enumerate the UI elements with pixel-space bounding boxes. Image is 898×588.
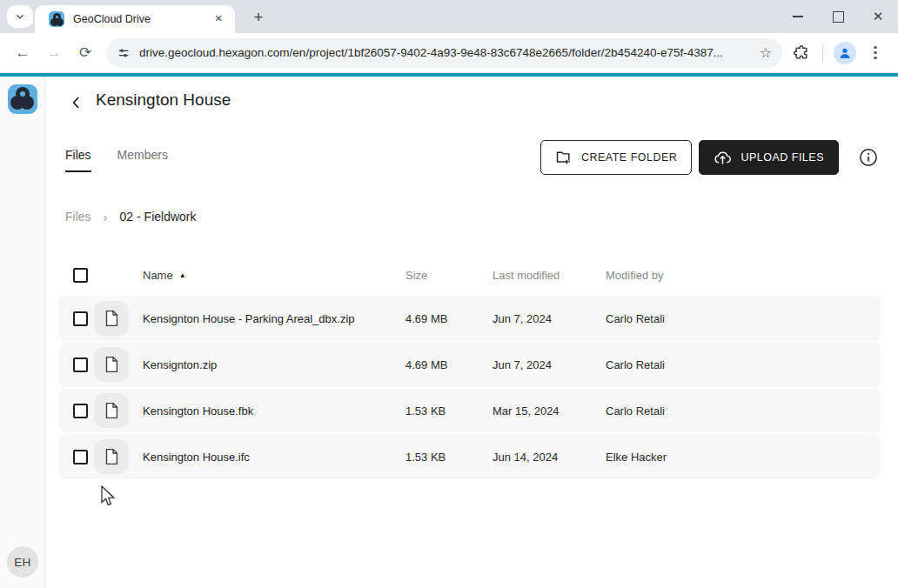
create-folder-label: CREATE FOLDER xyxy=(581,151,677,164)
geocloud-logo-icon[interactable] xyxy=(8,84,37,114)
browser-tab-active[interactable]: GeoCloud Drive × xyxy=(35,5,235,33)
new-tab-button[interactable]: + xyxy=(247,7,270,28)
file-icon xyxy=(102,401,121,420)
cloud-upload-icon xyxy=(714,149,732,167)
file-modified-by: Carlo Retali xyxy=(606,404,881,418)
url-text[interactable]: drive.geocloud.hexagon.com/en/project/1b… xyxy=(139,46,753,59)
window-minimize-button[interactable] xyxy=(778,0,818,33)
select-all-checkbox[interactable] xyxy=(73,268,88,283)
forward-icon: → xyxy=(40,39,68,67)
row-checkbox[interactable] xyxy=(73,357,88,372)
window-maximize-button[interactable] xyxy=(818,0,858,33)
column-header-last-modified[interactable]: Last modified xyxy=(493,269,606,282)
file-row[interactable]: Kensington House.fbk 1.53 KB Mar 15, 202… xyxy=(59,388,881,433)
actions-toolbar: CREATE FOLDER UPLOAD FILES xyxy=(540,140,879,175)
window-controls: ✕ xyxy=(778,0,898,33)
geocloud-favicon-icon xyxy=(49,11,64,27)
tab-members[interactable]: Members xyxy=(117,148,168,172)
file-name[interactable]: Kensington House.ifc xyxy=(143,451,405,464)
info-button[interactable] xyxy=(858,147,879,168)
site-info-icon[interactable] xyxy=(117,46,131,60)
file-row[interactable]: Kensington House.ifc 1.53 KB Jun 14, 202… xyxy=(59,434,881,479)
file-row[interactable]: Kensignton House - Parking Areal_dbx.zip… xyxy=(59,296,881,341)
upload-files-button[interactable]: UPLOAD FILES xyxy=(699,140,839,175)
tab-files[interactable]: Files xyxy=(65,148,91,172)
file-type-chip xyxy=(94,347,129,382)
reload-icon[interactable]: ⟳ xyxy=(71,39,99,67)
file-modified-by: Carlo Retali xyxy=(606,312,881,325)
bookmark-star-icon[interactable]: ☆ xyxy=(760,44,772,61)
file-size: 4.69 MB xyxy=(405,312,493,325)
breadcrumb: Files › 02 - Fieldwork xyxy=(65,210,196,224)
file-last-modified: Jun 14, 2024 xyxy=(493,451,606,464)
file-size: 1.53 KB xyxy=(405,451,493,464)
file-icon xyxy=(102,309,121,328)
column-header-modified-by[interactable]: Modified by xyxy=(606,269,881,282)
breadcrumb-current-folder: 02 - Fieldwork xyxy=(120,210,197,224)
file-size: 1.53 KB xyxy=(405,404,493,418)
file-row[interactable]: Kensignton.zip 4.69 MB Jun 7, 2024 Carlo… xyxy=(59,342,881,387)
toolbar-divider xyxy=(822,44,823,62)
file-modified-by: Carlo Retali xyxy=(606,358,881,371)
browser-tabstrip: GeoCloud Drive × + ✕ xyxy=(0,0,898,33)
main-content: Kensington House Files Members CREATE FO… xyxy=(45,77,898,588)
create-folder-button[interactable]: CREATE FOLDER xyxy=(540,140,692,175)
file-size: 4.69 MB xyxy=(405,358,493,371)
column-header-size[interactable]: Size xyxy=(405,269,493,282)
folder-plus-icon xyxy=(555,149,573,166)
extensions-icon[interactable] xyxy=(793,44,810,62)
file-last-modified: Mar 15, 2024 xyxy=(493,404,606,418)
file-icon xyxy=(102,355,121,374)
row-checkbox[interactable] xyxy=(73,404,88,418)
tab-search-button[interactable] xyxy=(7,5,33,28)
file-name[interactable]: Kensignton.zip xyxy=(143,358,405,371)
chevron-down-icon xyxy=(15,11,25,22)
sort-ascending-icon: ▲ xyxy=(179,271,186,279)
file-last-modified: Jun 7, 2024 xyxy=(493,358,606,371)
file-name[interactable]: Kensignton House - Parking Areal_dbx.zip xyxy=(143,312,405,325)
row-checkbox[interactable] xyxy=(73,311,88,326)
tab-title: GeoCloud Drive xyxy=(73,13,211,25)
file-type-chip xyxy=(94,439,129,474)
file-name[interactable]: Kensington House.fbk xyxy=(143,404,405,418)
back-button[interactable] xyxy=(66,92,87,113)
back-icon[interactable]: ← xyxy=(9,39,37,67)
file-table: Name ▲ Size Last modified Modified by xyxy=(59,254,881,480)
breadcrumb-files[interactable]: Files xyxy=(65,210,91,224)
row-checkbox[interactable] xyxy=(73,450,88,464)
window-close-button[interactable]: ✕ xyxy=(858,0,898,33)
section-tabs: Files Members xyxy=(65,148,168,172)
user-icon xyxy=(838,46,852,60)
browser-profile-button[interactable] xyxy=(834,42,856,64)
user-avatar[interactable]: EH xyxy=(7,546,38,578)
breadcrumb-separator-icon: › xyxy=(104,210,108,224)
app-sidebar: EH xyxy=(0,77,45,588)
file-table-body: Kensignton House - Parking Areal_dbx.zip… xyxy=(59,296,881,479)
info-icon xyxy=(859,148,878,167)
file-modified-by: Elke Hacker xyxy=(606,451,881,464)
browser-toolbar: ← → ⟳ drive.geocloud.hexagon.com/en/proj… xyxy=(0,33,898,73)
chevron-left-icon xyxy=(68,94,85,111)
column-header-name[interactable]: Name ▲ xyxy=(143,269,405,282)
upload-files-label: UPLOAD FILES xyxy=(741,151,824,164)
file-last-modified: Jun 7, 2024 xyxy=(493,312,606,325)
file-type-chip xyxy=(94,301,129,336)
file-icon xyxy=(102,447,121,466)
address-bar[interactable]: drive.geocloud.hexagon.com/en/project/1b… xyxy=(106,38,782,68)
geocloud-drive-page: EH Kensington House Files Members CREATE… xyxy=(0,73,898,588)
browser-menu-button[interactable] xyxy=(865,46,886,60)
close-tab-icon[interactable]: × xyxy=(211,11,226,27)
page-title: Kensington House xyxy=(96,90,231,110)
file-table-header: Name ▲ Size Last modified Modified by xyxy=(59,254,881,296)
file-type-chip xyxy=(94,393,129,428)
